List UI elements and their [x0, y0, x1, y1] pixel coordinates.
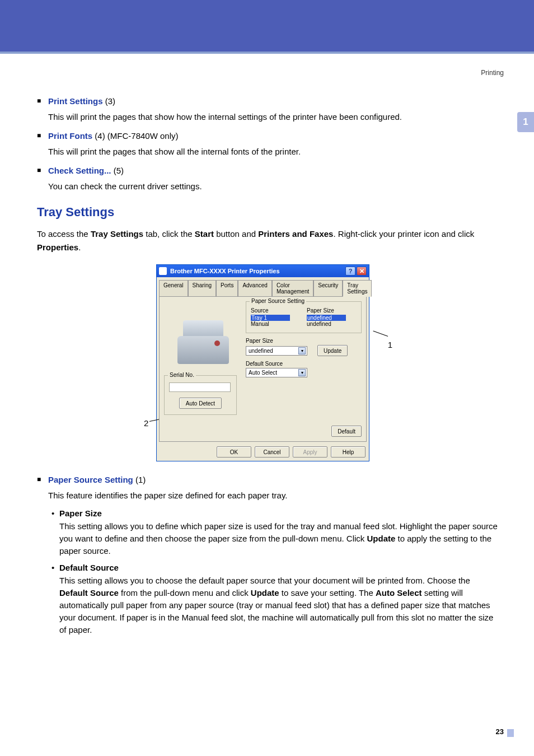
callout-1: 1 — [388, 340, 392, 349]
content-area: ■ Print Settings (3) This will print the… — [37, 95, 499, 642]
sub-title: Paper Size — [59, 508, 102, 518]
titlebar: 🖶 Brother MFC-XXXX Printer Properties ? … — [157, 265, 369, 277]
bullet-body: You can check the current driver setting… — [48, 180, 499, 193]
default-source-dropdown[interactable]: Auto Select▾ — [246, 368, 307, 377]
bullet-body: This will print the pages that show how … — [48, 111, 499, 123]
dialog-figure: 1 2 🖶 Brother MFC-XXXX Printer Propertie… — [156, 264, 380, 461]
access-paragraph: To access the Tray Settings tab, click t… — [37, 227, 499, 254]
tab-sharing[interactable]: Sharing — [188, 280, 216, 297]
tab-ports[interactable]: Ports — [216, 280, 238, 297]
tab-security[interactable]: Security — [313, 280, 343, 297]
printer-illustration — [170, 307, 237, 368]
square-bullet-icon: ■ — [37, 95, 48, 106]
size-row-manual: undefined — [307, 321, 346, 327]
paper-source-group: Paper Source Setting Source Tray 1 Manua… — [246, 301, 362, 333]
paper-size-dropdown[interactable]: undefined▾ — [246, 346, 307, 356]
serial-label: Serial No. — [168, 372, 196, 378]
page-decoration — [507, 729, 514, 737]
source-column-header: Source — [251, 307, 290, 314]
help-button[interactable]: Help — [331, 446, 366, 458]
default-source-label: Default Source — [246, 361, 362, 367]
square-bullet-icon: ■ — [37, 165, 48, 176]
bullet-title: Check Setting... (5) — [48, 165, 124, 177]
properties-dialog: 🖶 Brother MFC-XXXX Printer Properties ? … — [156, 264, 369, 461]
top-banner — [0, 0, 534, 54]
apply-button[interactable]: Apply — [293, 446, 327, 458]
source-row-tray1[interactable]: Tray 1 — [251, 315, 290, 321]
sub-title: Default Source — [59, 563, 119, 572]
default-button[interactable]: Default — [331, 426, 362, 437]
callout-line — [373, 330, 388, 337]
bullet-item: ■ Print Fonts (4) (MFC-7840W only) — [37, 130, 499, 142]
tab-general[interactable]: General — [159, 280, 188, 297]
paper-size-label: Paper Size — [246, 338, 362, 344]
page-number: 23 — [496, 727, 504, 736]
printer-icon: 🖶 — [159, 267, 167, 275]
serial-group: Serial No. Auto Detect — [164, 375, 237, 415]
serial-input[interactable] — [169, 382, 231, 392]
section-header: Printing — [481, 69, 504, 77]
size-row-tray1: undefined — [307, 315, 346, 321]
sub-body: This setting allows you to define which … — [59, 520, 499, 557]
sub-bullet: • Default Source — [51, 563, 499, 572]
auto-detect-button[interactable]: Auto Detect — [179, 398, 222, 409]
tab-advanced[interactable]: Advanced — [238, 280, 271, 297]
bullet-item: ■ Print Settings (3) — [37, 95, 499, 108]
dialog-title: Brother MFC-XXXX Printer Properties — [170, 268, 280, 274]
dialog-buttons: OK Cancel Apply Help — [157, 444, 369, 461]
bullet-body: This feature identifies the paper size d… — [48, 489, 499, 502]
help-icon[interactable]: ? — [345, 267, 355, 276]
bullet-title: Paper Source Setting (1) — [48, 474, 146, 486]
tab-panel: Serial No. Auto Detect Paper Source Sett… — [159, 296, 367, 442]
chapter-tab: 1 — [517, 112, 534, 132]
square-bullet-icon: ■ — [37, 474, 48, 485]
bullet-item: ■ Check Setting... (5) — [37, 165, 499, 177]
bullet-title: Print Settings (3) — [48, 95, 115, 108]
pss-label: Paper Source Setting — [250, 298, 306, 304]
bullet-item: ■ Paper Source Setting (1) — [37, 474, 499, 486]
size-column-header: Paper Size — [307, 307, 346, 314]
chevron-down-icon: ▾ — [298, 347, 306, 354]
tray-settings-heading: Tray Settings — [37, 205, 499, 220]
dot-bullet-icon: • — [51, 563, 59, 572]
sub-body: This setting allows you to choose the de… — [59, 575, 499, 636]
sub-bullet: • Paper Size — [51, 508, 499, 518]
dot-bullet-icon: • — [51, 508, 59, 518]
bullet-body: This will print the pages that show all … — [48, 146, 499, 158]
tab-tray-settings[interactable]: Tray Settings — [343, 280, 372, 297]
square-bullet-icon: ■ — [37, 130, 48, 141]
tab-color-management[interactable]: Color Management — [272, 280, 313, 297]
bullet-title: Print Fonts (4) (MFC-7840W only) — [48, 130, 179, 142]
source-row-manual[interactable]: Manual — [251, 321, 290, 327]
chevron-down-icon: ▾ — [298, 369, 306, 376]
cancel-button[interactable]: Cancel — [255, 446, 289, 458]
close-icon[interactable]: ✕ — [357, 267, 367, 276]
ok-button[interactable]: OK — [217, 446, 251, 458]
update-button[interactable]: Update — [317, 345, 348, 356]
callout-2: 2 — [144, 418, 148, 428]
tab-strip: General Sharing Ports Advanced Color Man… — [157, 277, 369, 296]
